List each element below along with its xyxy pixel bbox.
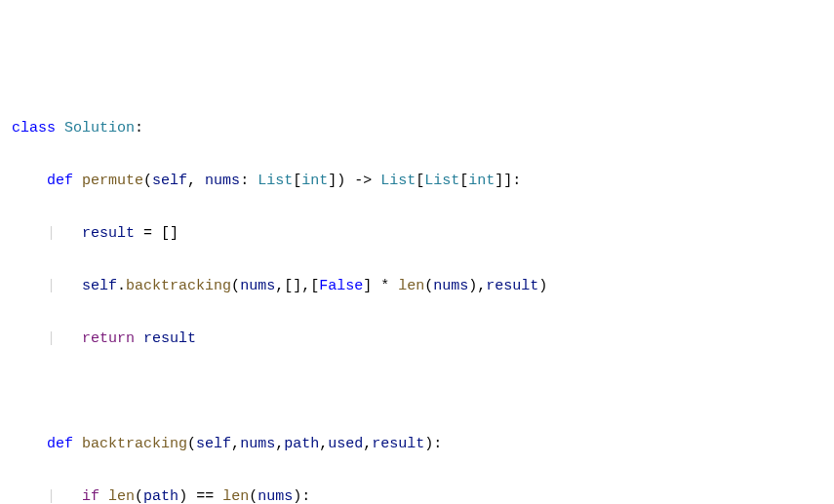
- function-name: permute: [82, 173, 143, 189]
- code-line: [12, 378, 834, 405]
- code-line: | result = []: [12, 220, 834, 247]
- code-line: def backtracking(self,nums,path,used,res…: [12, 431, 834, 457]
- code-line: | self.backtracking(nums,[],[False] * le…: [12, 273, 834, 299]
- keyword: if: [82, 488, 99, 504]
- keyword: def: [47, 173, 73, 189]
- code-line: def permute(self, nums: List[int]) -> Li…: [12, 168, 834, 194]
- function-name: backtracking: [82, 436, 187, 452]
- keyword: return: [82, 330, 135, 347]
- code-line: | if len(path) == len(nums):: [12, 484, 834, 504]
- keyword: class: [12, 120, 56, 136]
- class-name: Solution: [64, 120, 135, 136]
- code-editor[interactable]: class Solution: def permute(self, nums: …: [12, 115, 834, 504]
- code-line: class Solution:: [12, 115, 834, 141]
- code-line: | return result: [12, 326, 834, 352]
- keyword: def: [47, 436, 73, 452]
